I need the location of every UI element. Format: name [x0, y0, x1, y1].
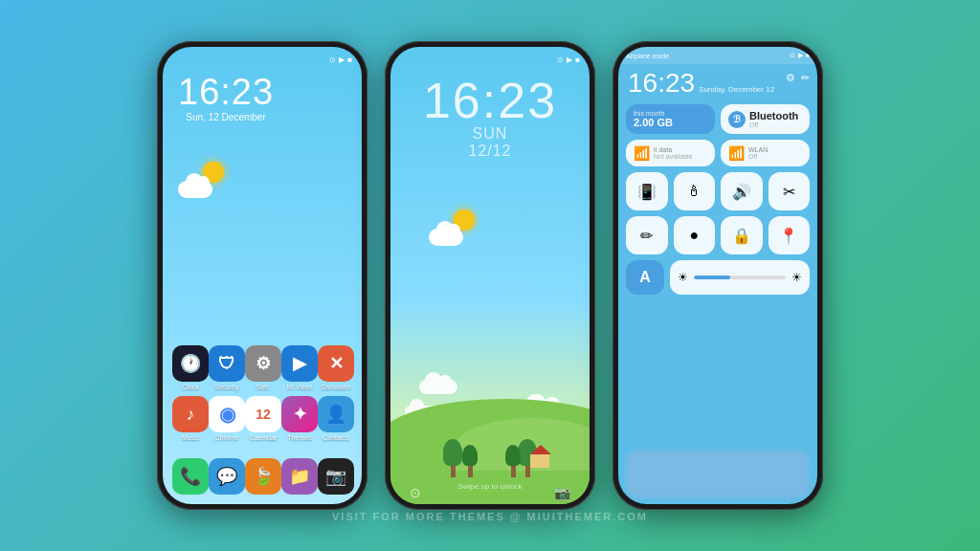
- brightness-low-icon: ☀: [678, 271, 688, 284]
- lock-camera-icon[interactable]: 📷: [554, 485, 570, 500]
- app-chrome[interactable]: ◉ Chrome: [209, 396, 245, 441]
- cc-cast-btn[interactable]: ✏: [626, 216, 668, 254]
- lock-clock-date: 12/12: [423, 143, 557, 160]
- cc-tiles-container: this month 2.00 GB ℬ Bluetooth Off: [626, 104, 810, 295]
- cc-volume-btn[interactable]: 🔊: [721, 172, 763, 210]
- cc-torch-btn[interactable]: 🕯: [674, 172, 716, 210]
- tree-2: [462, 445, 478, 477]
- app-themes-icon: ✦: [281, 396, 318, 432]
- dock-files[interactable]: 📁: [281, 458, 318, 495]
- app-security[interactable]: 🛡 Security: [209, 345, 245, 390]
- app-calculator[interactable]: ✕ Calculator: [318, 345, 354, 390]
- sun-cloud-icon: [178, 162, 228, 198]
- cc-bluetooth-tile[interactable]: ℬ Bluetooth Off: [721, 104, 810, 134]
- app-video-label: Mi Video: [286, 384, 312, 390]
- house-roof: [530, 445, 551, 454]
- cc-status-icon-1: ⊙: [790, 52, 795, 59]
- cc-dnd-btn[interactable]: ●: [674, 216, 716, 254]
- dock-browser[interactable]: 🍃: [245, 458, 281, 495]
- phone-control-center: Airplane mode ⊙ ▶ ■ 16:23 Sunday, Decemb…: [612, 41, 823, 510]
- cc-icon-grid-2: ✏ ● 🔒 📍: [626, 216, 810, 254]
- tree-trunk-3: [525, 466, 530, 477]
- lock-cloud-icon: [429, 229, 463, 246]
- brightness-high-icon: ☀: [791, 271, 802, 284]
- tree-top-4: [505, 445, 521, 466]
- lock-clock: 16:23 SUN 12/12: [423, 76, 557, 160]
- app-clock[interactable]: 🕐 Clock: [172, 345, 209, 390]
- app-chrome-icon: ◉: [209, 396, 245, 432]
- brightness-bar: [694, 276, 786, 279]
- app-dock: 🕐 Clock 🛡 Security ⚙ Sett. ▶ Mi Video ✕: [163, 345, 362, 447]
- app-security-icon: 🛡: [209, 345, 245, 382]
- cc-time: 16:23: [628, 68, 695, 99]
- cc-row-2: 📶 it data Not available 📶 WLAN Off: [626, 140, 810, 166]
- tree-top-2: [462, 445, 478, 466]
- app-settings[interactable]: ⚙ Sett.: [245, 345, 281, 390]
- app-video-icon: ▶: [281, 345, 318, 382]
- cloud-icon: [178, 181, 212, 198]
- tree-trunk-1: [451, 466, 456, 477]
- app-calendar-label: Calendar: [250, 434, 277, 441]
- cc-status-icon-2: ▶: [798, 52, 803, 59]
- cc-scissors-btn[interactable]: ✂: [768, 172, 811, 210]
- cc-data-value: 2.00 GB: [634, 117, 707, 128]
- lock-weather: [429, 209, 479, 246]
- app-clock-label: Clock: [182, 384, 199, 390]
- cc-data-tile[interactable]: this month 2.00 GB: [626, 104, 715, 134]
- status-bar-home: ⊙ ▶ ■: [163, 47, 362, 68]
- tree-trunk-4: [511, 466, 516, 477]
- status-icons: ⊙ ▶ ■: [329, 55, 352, 64]
- lock-sun-cloud-icon: [429, 209, 479, 246]
- cc-wifi-icon: 📶: [728, 145, 745, 161]
- cc-settings-buttons: ⚙ ✏: [786, 72, 810, 84]
- lock-clock-time: 16:23: [423, 76, 557, 125]
- app-music-label: Music: [182, 434, 199, 441]
- cc-lock-btn[interactable]: 🔒: [721, 216, 763, 254]
- app-music[interactable]: ♪ Music: [172, 396, 209, 441]
- cc-mobile-data-tile[interactable]: 📶 it data Not available: [626, 140, 715, 166]
- cc-edit-icon[interactable]: ✏: [801, 72, 810, 84]
- cc-data-label: this month: [634, 110, 707, 117]
- home-weather: [178, 162, 228, 198]
- airplane-mode-bar: Airplane mode ⊙ ▶ ■: [618, 47, 817, 64]
- cc-wlan-content: 📶 WLAN Off: [728, 145, 802, 161]
- app-clock-icon: 🕐: [172, 345, 209, 382]
- dock-browser-icon: 🍃: [245, 458, 281, 495]
- lock-flashlight-icon[interactable]: ⊙: [410, 485, 421, 500]
- app-security-label: Security: [214, 384, 238, 390]
- status-bar-lock: ⊙ ▶ ■: [390, 47, 590, 68]
- tree-trunk-2: [468, 466, 473, 477]
- app-video[interactable]: ▶ Mi Video: [281, 345, 318, 390]
- cc-letter-a: A: [639, 269, 651, 286]
- app-calculator-label: Calculator: [321, 384, 351, 390]
- dock-messages-icon: 💬: [209, 458, 245, 495]
- dock-camera-icon: 📷: [318, 458, 354, 495]
- dock-camera[interactable]: 📷: [318, 458, 354, 495]
- house-body: [530, 454, 549, 468]
- tree-top-1: [443, 439, 462, 466]
- cc-location-btn[interactable]: 📍: [768, 216, 811, 254]
- cc-wlan-label: WLAN: [748, 146, 768, 153]
- app-chrome-label: Chrome: [215, 434, 239, 441]
- cc-mobile-data-label: it data: [654, 146, 692, 153]
- phone-lock: ⊙ ▶ ■ 16:23 SUN 12/12: [385, 41, 595, 510]
- cc-wlan-info: WLAN Off: [748, 146, 768, 160]
- cc-recent-apps-blur: [626, 451, 810, 498]
- cc-gear-icon[interactable]: ⚙: [786, 72, 795, 84]
- app-row-2: ♪ Music ◉ Chrome 12 Calendar ✦ Themes: [172, 396, 352, 441]
- cc-brightness-slider[interactable]: ☀ ☀: [670, 260, 810, 295]
- cc-bluetooth-name: Bluetooth Off: [749, 110, 798, 128]
- app-contacts-label: Contacts: [323, 434, 349, 441]
- app-calendar[interactable]: 12 Calendar: [245, 396, 281, 441]
- app-themes[interactable]: ✦ Themes: [281, 396, 318, 441]
- landscape-cloud-1: [419, 380, 457, 394]
- cc-auto-btn[interactable]: A: [626, 260, 664, 295]
- cc-status-icon-3: ■: [806, 52, 810, 59]
- dock-messages[interactable]: 💬: [209, 458, 245, 495]
- cc-vibrate-btn[interactable]: 📳: [626, 172, 668, 210]
- phone-home: ⊙ ▶ ■ 16:23 Sun, 12 December 🕐 Clock: [157, 41, 368, 510]
- cc-wlan-tile[interactable]: 📶 WLAN Off: [721, 140, 810, 166]
- dock-phone[interactable]: 📞: [172, 458, 209, 495]
- dock-phone-icon: 📞: [172, 458, 209, 495]
- app-contacts[interactable]: 👤 Contacts: [318, 396, 354, 441]
